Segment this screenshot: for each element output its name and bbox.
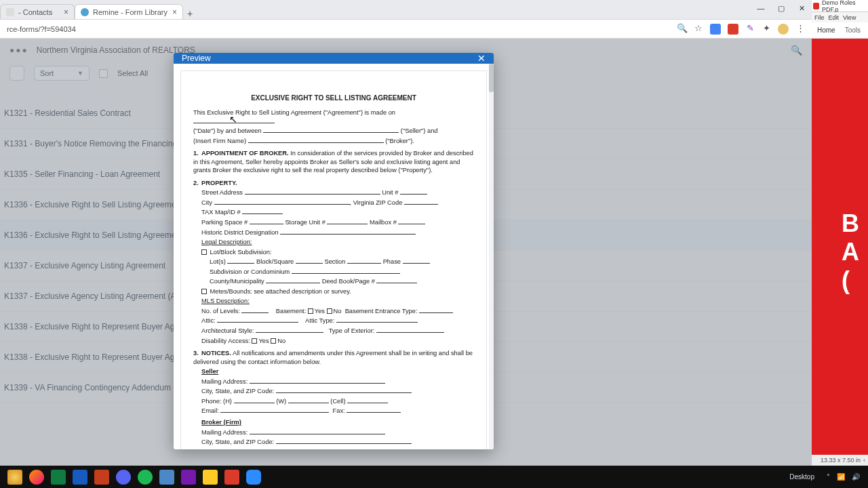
acrobat-icon[interactable] bbox=[221, 468, 243, 486]
acrobat-icon bbox=[813, 3, 819, 9]
tab-tools[interactable]: Tools bbox=[845, 26, 861, 34]
excel-icon[interactable] bbox=[47, 468, 69, 486]
maximize-button[interactable]: ▢ bbox=[771, 0, 791, 16]
translate-icon[interactable] bbox=[710, 24, 721, 35]
discord-icon[interactable] bbox=[113, 468, 134, 486]
avatar-icon[interactable] bbox=[778, 24, 789, 35]
preview-modal: Preview ✕ EXCLUSIVE RIGHT TO SELL LISTIN… bbox=[174, 53, 494, 449]
explorer-icon[interactable] bbox=[199, 468, 221, 486]
show-desktop-button[interactable]: Desktop bbox=[784, 473, 820, 481]
wifi-icon[interactable]: 📶 bbox=[837, 473, 845, 481]
pen-icon[interactable]: ✎ bbox=[745, 24, 755, 33]
menu-view[interactable]: View bbox=[843, 14, 856, 21]
pdf-content-fragment: B A ( bbox=[812, 209, 859, 295]
tab-label: Remine - Form Library bbox=[93, 8, 167, 16]
menu-edit[interactable]: Edit bbox=[829, 14, 840, 21]
close-icon[interactable]: ✕ bbox=[477, 53, 486, 64]
zoom-icon[interactable]: 🔍 bbox=[677, 24, 687, 33]
doc-title: EXCLUSIVE RIGHT TO SELL LISTING AGREEMEN… bbox=[193, 94, 474, 102]
tab-contacts[interactable]: - Contacts × bbox=[0, 4, 75, 19]
taskbar: Desktop ˄ 📶 🔊 bbox=[0, 466, 868, 488]
favicon-remine bbox=[81, 8, 89, 16]
document-preview[interactable]: EXCLUSIVE RIGHT TO SELL LISTING AGREEMEN… bbox=[180, 70, 487, 449]
chevron-up-icon[interactable]: ˄ bbox=[827, 473, 830, 481]
scroll-thumb[interactable] bbox=[489, 64, 494, 92]
chevron-left-icon[interactable]: ‹ bbox=[863, 457, 865, 464]
notepad-icon[interactable] bbox=[156, 468, 178, 486]
preview-scrollbar[interactable] bbox=[489, 64, 494, 449]
volume-icon[interactable]: 🔊 bbox=[852, 473, 860, 481]
pdf-filename: Demo Roles PDF.p bbox=[822, 0, 868, 13]
modal-title: Preview bbox=[182, 54, 211, 63]
word-icon[interactable] bbox=[69, 468, 91, 486]
puzzle-icon[interactable]: ✦ bbox=[762, 24, 771, 33]
window-close-button[interactable]: ✕ bbox=[791, 0, 812, 16]
onenote-icon[interactable] bbox=[178, 468, 199, 486]
tab-label: - Contacts bbox=[18, 8, 52, 16]
tab-remine[interactable]: Remine - Form Library × bbox=[75, 4, 183, 19]
powerpoint-icon[interactable] bbox=[91, 468, 113, 486]
minimize-button[interactable]: — bbox=[751, 0, 771, 16]
zoom-app-icon[interactable] bbox=[243, 468, 264, 486]
spotify-icon[interactable] bbox=[134, 468, 156, 486]
new-tab-button[interactable]: + bbox=[183, 8, 197, 19]
start-button[interactable] bbox=[4, 468, 26, 486]
star-icon[interactable]: ☆ bbox=[694, 24, 703, 33]
zoom-info: 13.33 x 7.50 in bbox=[821, 457, 861, 464]
tab-home[interactable]: Home bbox=[817, 26, 835, 34]
address-bar[interactable]: rce-forms/?f=594034 bbox=[3, 25, 677, 33]
favicon-generic bbox=[6, 8, 14, 16]
menu-file[interactable]: File bbox=[814, 14, 825, 21]
close-icon[interactable]: × bbox=[172, 7, 177, 17]
firefox-icon[interactable] bbox=[26, 468, 47, 486]
close-icon[interactable]: × bbox=[64, 7, 68, 17]
pdf-ext-icon[interactable] bbox=[728, 24, 738, 35]
menu-icon[interactable]: ⋮ bbox=[795, 24, 805, 33]
pdf-viewer-window[interactable]: Demo Roles PDF.p File Edit View Home Too… bbox=[812, 0, 868, 466]
